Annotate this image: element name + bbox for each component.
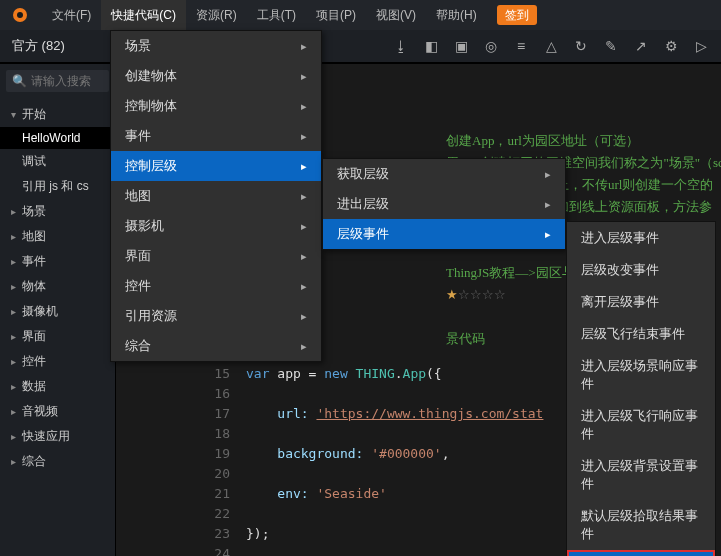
line-gutter: 14 15 16 17 18 19 20 21 22 23 24: [204, 344, 238, 556]
tree-helloworld[interactable]: HelloWorld: [0, 127, 115, 149]
evt-leave-level[interactable]: 离开层级事件: [567, 286, 715, 318]
signin-button[interactable]: 签到: [497, 5, 537, 25]
search-icon: 🔍: [12, 74, 27, 88]
evt-enter-fly-resp[interactable]: 进入层级飞行响应事件: [567, 400, 715, 450]
search-input[interactable]: [31, 74, 111, 88]
lineno: 18: [204, 424, 230, 444]
comment-line: 加到线上资源面板，方法参: [556, 196, 721, 218]
tree-scene[interactable]: ▸场景: [0, 199, 115, 224]
tree-event[interactable]: ▸事件: [0, 249, 115, 274]
lineno: 21: [204, 484, 230, 504]
lineno: 17: [204, 404, 230, 424]
download-icon[interactable]: ⭳: [393, 38, 409, 54]
tree-label: 物体: [22, 278, 46, 295]
lineno: 23: [204, 524, 230, 544]
tree-label: HelloWorld: [22, 131, 80, 145]
menu-refres[interactable]: 引用资源▸: [111, 301, 321, 331]
evt-exit-level-resp[interactable]: 退出层级响应事件: [567, 550, 715, 556]
comment-line: 上，不传url则创建一个空的: [556, 174, 721, 196]
tree-camera[interactable]: ▸摄像机: [0, 299, 115, 324]
menu-camera[interactable]: 摄影机▸: [111, 211, 321, 241]
menu-control[interactable]: 控件▸: [111, 271, 321, 301]
level-events-menu: 进入层级事件 层级改变事件 离开层级事件 层级飞行结束事件 进入层级场景响应事件…: [566, 221, 716, 556]
tree-label: 场景: [22, 203, 46, 220]
tree-refjs[interactable]: 引用 js 和 cs: [0, 174, 115, 199]
lineno: 24: [204, 544, 230, 556]
evt-enter-scene-resp[interactable]: 进入层级场景响应事件: [567, 350, 715, 400]
svg-point-1: [17, 12, 23, 18]
submenu-level-events[interactable]: 层级事件▸: [323, 219, 565, 249]
tree-label: 界面: [22, 328, 46, 345]
tree-av[interactable]: ▸音视频: [0, 399, 115, 424]
menu-project[interactable]: 项目(P): [306, 0, 366, 30]
menu-scene[interactable]: 场景▸: [111, 31, 321, 61]
menu-control-object[interactable]: 控制物体▸: [111, 91, 321, 121]
sidebar-tree: ▾开始 HelloWorld 调试 引用 js 和 cs ▸场景 ▸地图 ▸事件…: [0, 98, 115, 478]
menu-view[interactable]: 视图(V): [366, 0, 426, 30]
menu-resource[interactable]: 资源(R): [186, 0, 247, 30]
tree-label: 开始: [22, 106, 46, 123]
gear-icon[interactable]: ⚙: [663, 38, 679, 54]
menu-ui[interactable]: 界面▸: [111, 241, 321, 271]
box-icon[interactable]: ▣: [453, 38, 469, 54]
evt-fly-end[interactable]: 层级飞行结束事件: [567, 318, 715, 350]
menu-tools[interactable]: 工具(T): [247, 0, 306, 30]
lineno: 19: [204, 444, 230, 464]
lineno: 16: [204, 384, 230, 404]
evt-enter-level[interactable]: 进入层级事件: [567, 222, 715, 254]
level-submenu: 获取层级▸ 进出层级▸ 层级事件▸: [322, 158, 566, 250]
menu-file[interactable]: 文件(F): [42, 0, 101, 30]
submenu-get-level[interactable]: 获取层级▸: [323, 159, 565, 189]
lineno: 15: [204, 364, 230, 384]
tree-object[interactable]: ▸物体: [0, 274, 115, 299]
quickcode-menu: 场景▸ 创建物体▸ 控制物体▸ 事件▸ 控制层级▸ 地图▸ 摄影机▸ 界面▸ 控…: [110, 30, 322, 362]
menu-map[interactable]: 地图▸: [111, 181, 321, 211]
menu-misc[interactable]: 综合▸: [111, 331, 321, 361]
tree-label: 引用 js 和 cs: [22, 178, 89, 195]
menu-create-object[interactable]: 创建物体▸: [111, 61, 321, 91]
app-logo-icon: [10, 5, 30, 25]
evt-level-change[interactable]: 层级改变事件: [567, 254, 715, 286]
tree-label: 事件: [22, 253, 46, 270]
tree-label: 地图: [22, 228, 46, 245]
tree-label: 数据: [22, 378, 46, 395]
tree-ui[interactable]: ▸界面: [0, 324, 115, 349]
menu-help[interactable]: 帮助(H): [426, 0, 487, 30]
target-icon[interactable]: ◎: [483, 38, 499, 54]
tree-map[interactable]: ▸地图: [0, 224, 115, 249]
warning-icon[interactable]: △: [543, 38, 559, 54]
tree-debug[interactable]: 调试: [0, 149, 115, 174]
search-box[interactable]: 🔍: [6, 70, 109, 92]
tree-label: 摄像机: [22, 303, 58, 320]
submenu-enter-exit-level[interactable]: 进出层级▸: [323, 189, 565, 219]
db-icon[interactable]: ≡: [513, 38, 529, 54]
sidebar: 🔍 ▾开始 HelloWorld 调试 引用 js 和 cs ▸场景 ▸地图 ▸…: [0, 64, 116, 556]
evt-default-pick[interactable]: 默认层级拾取结果事件: [567, 500, 715, 550]
tree-label: 控件: [22, 353, 46, 370]
tree-quickapp[interactable]: ▸快速应用: [0, 424, 115, 449]
menu-quickcode[interactable]: 快捷代码(C): [101, 0, 186, 30]
link-icon[interactable]: ↗: [633, 38, 649, 54]
tree-misc[interactable]: ▸综合: [0, 449, 115, 474]
play-icon[interactable]: ▷: [693, 38, 709, 54]
tree-start[interactable]: ▾开始: [0, 102, 115, 127]
tree-control[interactable]: ▸控件: [0, 349, 115, 374]
cube-icon[interactable]: ◧: [423, 38, 439, 54]
evt-enter-bg-set[interactable]: 进入层级背景设置事件: [567, 450, 715, 500]
tool-icon[interactable]: ✎: [603, 38, 619, 54]
lineno: 20: [204, 464, 230, 484]
tree-data[interactable]: ▸数据: [0, 374, 115, 399]
secondary-toolbar: 官方 (82) ⭳ ◧ ▣ ◎ ≡ △ ↻ ✎ ↗ ⚙ ▷: [0, 30, 721, 64]
tree-label: 音视频: [22, 403, 58, 420]
tree-label: 快速应用: [22, 428, 70, 445]
tab-title[interactable]: 官方 (82): [12, 37, 65, 55]
tree-label: 综合: [22, 453, 46, 470]
menu-event[interactable]: 事件▸: [111, 121, 321, 151]
lineno: 22: [204, 504, 230, 524]
comment-line: 创建App，url为园区地址（可选）: [446, 130, 721, 152]
top-menubar: 文件(F) 快捷代码(C) 资源(R) 工具(T) 项目(P) 视图(V) 帮助…: [0, 0, 721, 30]
refresh-icon[interactable]: ↻: [573, 38, 589, 54]
tree-label: 调试: [22, 153, 46, 170]
menu-control-level[interactable]: 控制层级▸: [111, 151, 321, 181]
toolbar-icons: ⭳ ◧ ▣ ◎ ≡ △ ↻ ✎ ↗ ⚙ ▷: [393, 38, 709, 54]
